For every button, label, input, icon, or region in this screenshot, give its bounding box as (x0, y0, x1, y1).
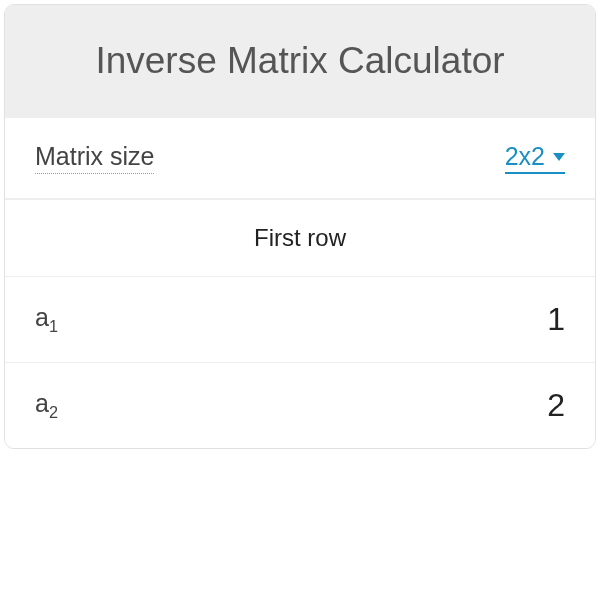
chevron-down-icon (553, 153, 565, 161)
matrix-size-row: Matrix size 2x2 (5, 117, 595, 198)
matrix-size-label: Matrix size (35, 142, 154, 174)
calculator-card: Inverse Matrix Calculator Matrix size 2x… (4, 4, 596, 449)
input-label-a1: a1 (35, 303, 58, 336)
input-row-a1: a1 1 (5, 276, 595, 362)
section-title: First row (254, 224, 346, 251)
input-row-a2: a2 2 (5, 362, 595, 448)
matrix-size-value: 2x2 (505, 142, 545, 171)
page-title: Inverse Matrix Calculator (25, 40, 575, 82)
input-value-a1[interactable]: 1 (547, 301, 565, 338)
input-label-a2: a2 (35, 389, 58, 422)
section-header: First row (5, 198, 595, 276)
matrix-size-select[interactable]: 2x2 (505, 142, 565, 174)
input-value-a2[interactable]: 2 (547, 387, 565, 424)
header: Inverse Matrix Calculator (5, 5, 595, 117)
